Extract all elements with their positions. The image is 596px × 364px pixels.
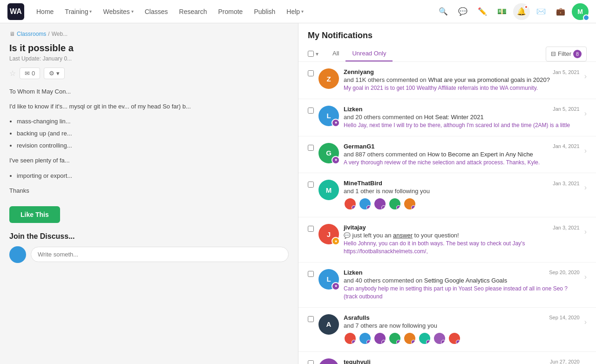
- search-icon: 🔍: [439, 7, 448, 16]
- comment-user-avatar: [9, 246, 26, 263]
- briefcase-button[interactable]: 💼: [552, 3, 569, 20]
- page-intro: To Whom It May Con...: [9, 87, 196, 97]
- training-chevron: ▾: [89, 9, 92, 14]
- notif-chevron-right: ›: [584, 228, 587, 236]
- avatar-role-badge: ★: [332, 237, 340, 245]
- notif-avatar-wrap: A: [318, 314, 339, 335]
- notif-chevron-right: ›: [584, 147, 587, 155]
- notif-checkbox[interactable]: [308, 145, 314, 151]
- tab-all[interactable]: All: [326, 46, 345, 61]
- nav-promote[interactable]: Promote: [213, 5, 247, 18]
- select-all-checkbox[interactable]: [308, 51, 314, 57]
- notification-item[interactable]: Z Zenniyang Jan 5, 2021 and 11K others c…: [298, 62, 596, 99]
- follower-avatar: [388, 332, 401, 345]
- wallet-button[interactable]: 💵: [494, 3, 510, 20]
- navbar-actions: 🔍 💬 ✏️ 💵 🔔 ✉️ 💼 M: [435, 3, 589, 20]
- avatar-badge: [583, 14, 589, 21]
- notif-checkbox[interactable]: [308, 360, 314, 364]
- settings-button[interactable]: ⚙ ▾: [44, 67, 65, 79]
- notif-meta: teguhyuli Jun 27, 2020: [344, 358, 580, 364]
- notif-checkbox[interactable]: [308, 108, 314, 114]
- notifications-button[interactable]: 🔔: [513, 3, 530, 20]
- follower-avatar: [373, 332, 386, 345]
- notif-avatar-wrap: Z: [318, 68, 339, 89]
- page-title: Is it possible a: [9, 43, 289, 54]
- notif-checkbox[interactable]: [308, 271, 314, 277]
- bulk-dropdown[interactable]: ▾: [316, 51, 318, 57]
- notif-checkbox[interactable]: [308, 70, 314, 76]
- notification-item[interactable]: A Asrafulls Sep 14, 2020 and 7 others ar…: [298, 308, 596, 352]
- comment-input[interactable]: [31, 247, 289, 262]
- nav-classes[interactable]: Classes: [140, 5, 173, 18]
- avatar-role-badge: ★: [332, 119, 340, 127]
- breadcrumb-classrooms[interactable]: Classrooms: [17, 31, 46, 37]
- notif-date: Jan 5, 2021: [553, 69, 580, 75]
- page-more: I've seen plenty of fa...: [9, 155, 196, 166]
- notif-checkbox[interactable]: [308, 316, 314, 322]
- notif-date: Jan 5, 2021: [553, 106, 580, 112]
- notif-user-avatar: A: [318, 314, 339, 335]
- notification-item[interactable]: G ★ GermanG1 Jan 4, 2021 and 887 others …: [298, 136, 596, 174]
- notif-body: Zenniyang Jan 5, 2021 and 11K others com…: [344, 68, 580, 92]
- nav-help[interactable]: Help ▾: [282, 5, 308, 18]
- notif-chevron-right: ›: [584, 273, 587, 281]
- comment-input-area: [9, 246, 289, 263]
- filter-label: Filter: [558, 50, 571, 57]
- notif-checkbox[interactable]: [308, 226, 314, 232]
- notification-item[interactable]: L ★ Lizken Jan 5, 2021 and 20 others com…: [298, 99, 596, 136]
- star-button[interactable]: ☆: [9, 69, 16, 78]
- email-button[interactable]: ✉ 0: [20, 67, 40, 79]
- wallet-icon: 💵: [497, 7, 507, 16]
- notification-item[interactable]: J ★ jivitajay Jan 3, 2021 💬 just left yo…: [298, 217, 596, 263]
- tab-unread-only[interactable]: Unread Only: [345, 46, 393, 61]
- main-nav: Home Training ▾ Websites ▾ Classes Resea…: [32, 5, 435, 18]
- notifications-header: My Notifications ▾ All Unread Only ⊟ Fil…: [298, 23, 596, 62]
- chat-button[interactable]: 💬: [454, 3, 471, 20]
- navbar: WA Home Training ▾ Websites ▾ Classes Re…: [0, 0, 596, 23]
- notif-body: Lizken Jan 5, 2021 and 20 others comment…: [344, 106, 580, 129]
- notif-chevron-right: ›: [584, 318, 587, 326]
- avatar-role-badge: ★: [332, 156, 340, 164]
- briefcase-icon: 💼: [556, 7, 565, 16]
- like-button[interactable]: Like This: [9, 206, 60, 223]
- follower-avatar: [373, 197, 386, 210]
- notifications-title: My Notifications: [308, 31, 587, 40]
- nav-publish[interactable]: Publish: [249, 5, 280, 18]
- notif-chevron-right: ›: [584, 109, 587, 118]
- notification-item[interactable]: L ★ Lizken Sep 20, 2020 and 40 others co…: [298, 263, 596, 308]
- notif-desc: 💬 just left you an answer to your questi…: [344, 232, 580, 239]
- notif-desc: and 7 others are now following you: [344, 322, 580, 329]
- messages-button[interactable]: ✉️: [533, 3, 549, 20]
- notif-username: jivitajay: [344, 224, 366, 231]
- notif-avatar-wrap: L ★: [318, 106, 339, 126]
- notifications-list: Z Zenniyang Jan 5, 2021 and 11K others c…: [298, 62, 596, 364]
- notification-dot: [524, 5, 528, 9]
- notification-item[interactable]: T teguhyuli Jun 27, 2020 and 7 others ar…: [298, 352, 596, 364]
- follower-avatar: [403, 332, 416, 345]
- page-body: To Whom It May Con... I'd like to know i…: [9, 87, 196, 196]
- nav-websites[interactable]: Websites ▾: [98, 5, 138, 18]
- notif-chevron-right: ›: [584, 362, 587, 364]
- nav-research[interactable]: Research: [175, 5, 212, 18]
- notif-username: Asrafulls: [344, 314, 370, 321]
- notif-chevron-right: ›: [584, 183, 587, 192]
- notif-checkbox[interactable]: [308, 182, 314, 188]
- notif-user-avatar: Z: [318, 68, 339, 89]
- bulk-select: ▾: [308, 51, 318, 57]
- follower-avatar: [448, 332, 461, 345]
- edit-button[interactable]: ✏️: [474, 3, 491, 20]
- nav-training[interactable]: Training ▾: [60, 5, 96, 18]
- notif-body: Asrafulls Sep 14, 2020 and 7 others are …: [344, 314, 580, 345]
- page-content: 🖥 Classrooms / Web... Is it possible a L…: [0, 23, 298, 364]
- breadcrumb-icon: 🖥: [9, 31, 15, 37]
- follower-avatar: [344, 332, 357, 345]
- notif-meta: jivitajay Jan 3, 2021: [344, 224, 580, 231]
- notification-item[interactable]: M MineThatBird Jan 3, 2021 and 1 other i…: [298, 173, 596, 217]
- filter-button[interactable]: ⊟ Filter 8: [546, 47, 587, 61]
- site-logo[interactable]: WA: [7, 3, 24, 20]
- notif-preview: Hello Johnny, you can do it in both ways…: [344, 240, 580, 256]
- search-button[interactable]: 🔍: [435, 3, 452, 20]
- user-avatar-button[interactable]: M: [572, 3, 589, 20]
- notif-user-avatar: T: [318, 358, 339, 364]
- nav-home[interactable]: Home: [32, 5, 58, 18]
